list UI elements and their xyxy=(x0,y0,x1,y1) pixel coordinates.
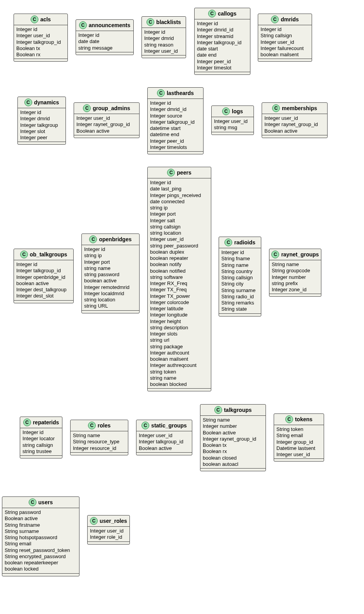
class-icon: C xyxy=(272,104,280,112)
class-fields-ob_talkgroups: Integer idInteger talkgroup_idInteger op… xyxy=(14,260,73,301)
class-icon: C xyxy=(208,10,216,17)
field: Integer longitude xyxy=(150,312,209,318)
class-title: static_groups xyxy=(151,422,187,429)
field: Integer id xyxy=(78,32,131,38)
field: String password xyxy=(5,509,77,515)
class-memberships: CmembershipsInteger user_idInteger rayne… xyxy=(262,102,328,138)
class-callogs: CcallogsInteger idInteger dmrid_idIntege… xyxy=(194,8,250,75)
class-repaterids: CrepateridsInteger idInteger locatorstri… xyxy=(20,417,62,458)
class-title: raynet_groups xyxy=(281,251,319,258)
field: boolean repeaterkeeper xyxy=(5,560,77,566)
class-fields-callogs: Integer idInteger dmrid_idInteger stream… xyxy=(195,19,250,72)
class-icon: C xyxy=(222,107,230,115)
field: Integer user_id xyxy=(16,33,65,39)
field: string description xyxy=(150,325,209,331)
class-title: blacklists xyxy=(156,19,181,25)
field: Integer pings_received xyxy=(150,192,209,199)
class-fields-logs: Integer user_idstring msg xyxy=(212,117,254,132)
field: String callsign xyxy=(260,33,309,39)
class-title: roles xyxy=(98,422,110,429)
field: String token xyxy=(276,426,321,432)
field: Integer peer xyxy=(20,135,63,141)
field: Integer zone_id xyxy=(272,287,319,293)
field: boolean locked xyxy=(5,566,77,572)
class-header-dynamics: Cdynamics xyxy=(18,97,66,108)
field: date date xyxy=(78,38,131,45)
class-footer xyxy=(18,142,66,144)
class-lastheards: ClastheardsInteger idInteger dmrid_idInt… xyxy=(147,87,204,154)
field: Integer talkgroup_id xyxy=(139,439,190,445)
class-title: dmrids xyxy=(281,16,299,22)
class-header-tokens: Ctokens xyxy=(274,414,324,425)
field: Boolean active xyxy=(76,128,137,134)
class-icon: C xyxy=(147,18,154,26)
field: Integer user_id xyxy=(260,39,309,45)
field: Integer authreqcount xyxy=(150,362,209,368)
field: Integer user_id xyxy=(276,451,321,458)
field: Integer dest_talkgroup xyxy=(16,287,71,293)
class-raynet_groups: Craynet_groupsString nameString groupcod… xyxy=(269,249,321,297)
field: boolean duplex xyxy=(150,249,209,255)
field: Interger id xyxy=(221,249,259,256)
class-user_roles: Cuser_rolesInteger user_idInteger role_i… xyxy=(87,515,130,545)
class-footer xyxy=(142,55,186,58)
field: Integer raynet_group_id xyxy=(76,121,137,128)
class-icon: C xyxy=(214,406,222,414)
class-footer xyxy=(148,389,211,391)
class-fields-static_groups: Integer user_idInteger talkgroup_idBoole… xyxy=(136,431,192,453)
field: String encrypted_password xyxy=(5,553,77,560)
class-header-callogs: Ccallogs xyxy=(195,8,250,19)
field: Integer id xyxy=(16,261,71,268)
field: string trustee xyxy=(22,448,60,455)
class-footer xyxy=(269,294,321,296)
class-footer xyxy=(14,301,73,303)
class-title: radioids xyxy=(234,239,255,246)
field: String radio_id xyxy=(221,294,259,300)
field: Integer id xyxy=(144,29,183,35)
class-header-ob_talkgroups: Cob_talkgroups xyxy=(14,249,73,260)
field: string software xyxy=(150,274,209,280)
field: String email xyxy=(276,432,321,439)
class-header-radioids: Cradioids xyxy=(219,237,261,248)
field: Integer id xyxy=(16,26,65,33)
field: Integer port xyxy=(150,211,209,217)
field: Boolean active xyxy=(139,445,190,451)
field: string message xyxy=(78,45,131,51)
class-icon: C xyxy=(20,251,28,258)
class-footer xyxy=(212,132,254,135)
field: datetime start xyxy=(150,125,201,131)
class-icon: C xyxy=(167,169,175,176)
class-footer xyxy=(2,574,79,576)
field: Integer user_id xyxy=(144,48,183,54)
class-title: talkgroups xyxy=(224,407,252,413)
field: Integer talkgroup_id xyxy=(16,268,71,274)
class-fields-tokens: String tokenString emailInteger group_id… xyxy=(274,425,324,459)
class-footer xyxy=(88,542,129,544)
class-footer xyxy=(258,59,312,61)
class-title: callogs xyxy=(218,10,236,17)
field: String hotspotpassword xyxy=(5,534,77,541)
field: Integer number xyxy=(272,274,319,280)
class-title: logs xyxy=(232,108,243,114)
class-fields-dynamics: Integer idInteger dmridInteger talkgroup… xyxy=(18,108,66,142)
field: string location xyxy=(150,230,209,236)
class-header-memberships: Cmemberships xyxy=(262,103,327,114)
field: Integer TX_power xyxy=(150,293,209,299)
field: String country xyxy=(221,268,259,275)
class-header-roles: Croles xyxy=(71,420,128,431)
class-title: repaterids xyxy=(33,419,59,425)
field: Boolean tx xyxy=(16,45,65,52)
field: Integer user_id xyxy=(214,118,251,125)
field: Integer dmrid_id xyxy=(150,106,201,112)
field: Integer source xyxy=(150,113,201,119)
field: Integer user_id xyxy=(264,115,325,121)
class-radioids: CradioidsInterger idString fnameString n… xyxy=(219,237,261,317)
class-icon: C xyxy=(24,99,32,106)
class-title: dynamics xyxy=(34,99,59,106)
field: Integer openbridge_id xyxy=(16,274,71,280)
class-header-dmrids: Cdmrids xyxy=(258,14,312,25)
class-header-openbridges: Copenbridges xyxy=(82,234,139,245)
class-header-group_admins: Cgroup_admins xyxy=(74,103,139,114)
class-header-lastheards: Clastheards xyxy=(148,88,203,99)
class-icon: C xyxy=(23,419,31,426)
